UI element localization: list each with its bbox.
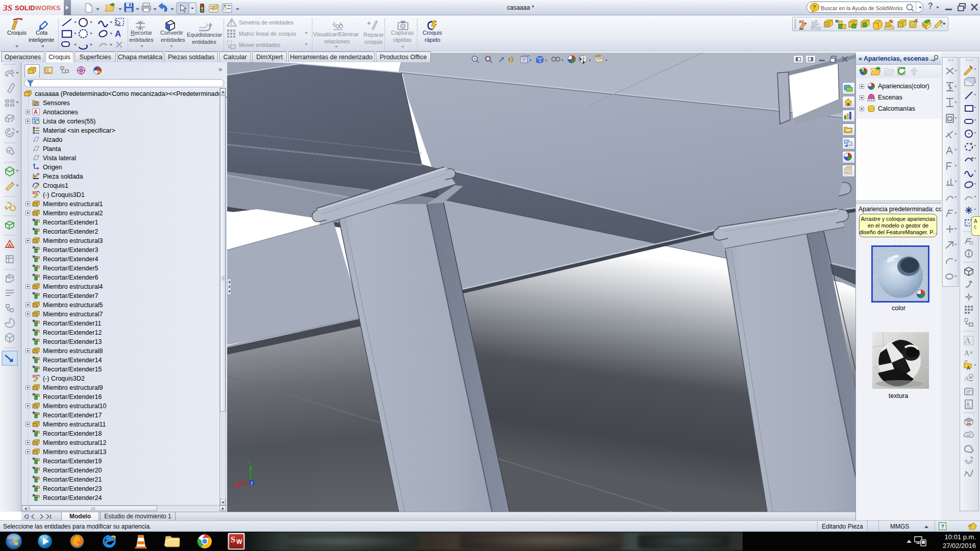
svg-text:SOLIDWORKS: SOLIDWORKS — [15, 4, 61, 12]
svg-text:A: A — [964, 349, 970, 357]
svg-text:X: X — [232, 484, 236, 489]
svg-text:Y: Y — [248, 459, 251, 465]
svg-text:3D: 3D — [32, 191, 37, 194]
svg-text:!: ! — [231, 20, 233, 26]
svg-text:z: z — [251, 480, 253, 485]
svg-text:A: A — [965, 336, 971, 345]
svg-text:A: A — [115, 29, 121, 39]
svg-text:A: A — [966, 402, 970, 407]
svg-text:6: 6 — [333, 22, 336, 28]
svg-text:A: A — [967, 365, 970, 371]
svg-text:ЗS: ЗS — [3, 3, 12, 13]
svg-text:?: ? — [813, 4, 816, 10]
svg-text:A: A — [34, 109, 38, 115]
svg-text:3D: 3D — [32, 374, 37, 378]
svg-text:A: A — [964, 374, 969, 382]
